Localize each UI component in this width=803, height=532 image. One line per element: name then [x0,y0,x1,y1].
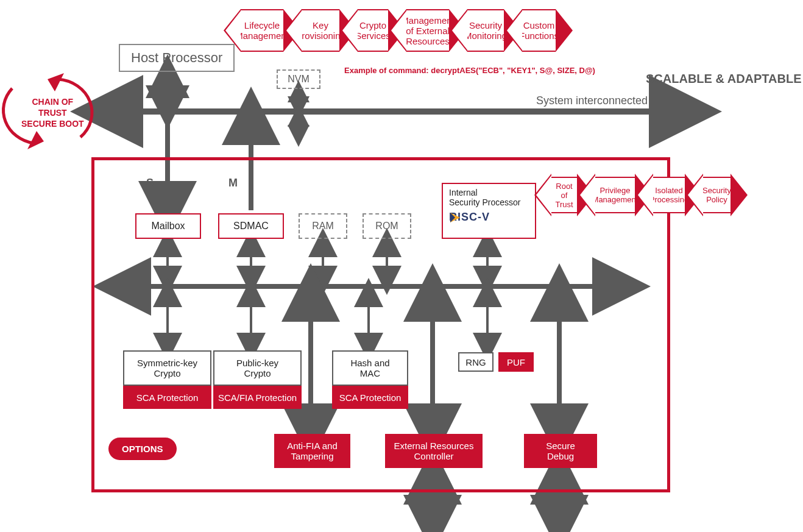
hex-security-monitoring: Security Monitoring [467,9,504,52]
hex-label: Crypto Services [355,20,391,41]
chain-of-trust-label: CHAIN OF TRUST SECURE BOOT [21,96,84,130]
hex-custom-functions: Custom Functions [522,9,556,52]
secure-debug-box: Secure Debug [524,434,597,468]
rng-label: RNG [465,357,486,367]
anti-fia-box: Anti-FIA and Tampering [274,434,350,468]
ext-resources-controller-box: External Resources Controller [385,434,483,468]
puf-label: PUF [507,357,525,367]
hex-root-trust: Root of Trust [551,177,577,213]
internal-security-processor-box: Internal Security Processor RISC-V [442,183,536,239]
hash-mac-block: Hash and MAC SCA Protection [332,350,408,409]
options-label: OPTIONS [122,444,163,454]
nvm-label: NVM [288,74,310,85]
public-crypto-title: Public-key Crypto [213,350,302,386]
mailbox-label: Mailbox [151,221,185,232]
hex-label: Lifecycle Management [235,20,289,41]
rng-box: RNG [458,352,493,372]
isp-line1: Internal [449,188,478,197]
ram-box: RAM [299,213,347,239]
chain-trust-line: SECURE BOOT [21,118,84,129]
hex-label: Key Provisioning [295,20,345,41]
sdmac-label: SDMAC [233,221,269,232]
riscv-logo: RISC-V [449,211,490,224]
isp-line2: Security Processor [449,197,520,207]
hex-label: Security Policy [702,186,731,204]
host-processor-box: Host Processor [119,44,235,72]
hex-lifecycle: Lifecycle Management [241,9,283,52]
chain-trust-line: CHAIN OF [21,96,84,107]
symmetric-crypto-title: Symmetric-key Crypto [123,350,211,386]
top-hexagon-row: Lifecycle Management Key Provisioning Cr… [241,9,574,52]
hex-label: Security Monitoring [464,20,507,41]
m-label: M [228,177,238,190]
hex-label: Isolated Processing [649,186,688,204]
hex-crypto-services: Crypto Services [358,9,388,52]
system-interconnected-label: System interconnected [536,94,648,107]
options-pill: OPTIONS [108,438,177,460]
svg-marker-21 [27,131,44,149]
s-label: S [146,177,154,190]
hex-privilege-mgmt: Privilege Management [595,177,635,213]
riscv-icon [449,211,461,224]
hex-label: Root of Trust [555,182,573,209]
symmetric-crypto-block: Symmetric-key Crypto SCA Protection [123,350,211,409]
sdmac-box: SDMAC [218,213,284,239]
rom-box: ROM [363,213,411,239]
mailbox-box: Mailbox [135,213,201,239]
example-command: Example of command: decryptAES("ECB", "K… [344,66,595,75]
ram-label: RAM [312,221,334,232]
public-crypto-prot: SCA/FIA Protection [213,386,302,409]
hex-isolated-processing: Isolated Processing [653,177,685,213]
nvm-box: NVM [277,69,320,89]
hex-ext-resources: Management of External Resources [406,9,449,52]
svg-marker-22 [48,73,64,91]
puf-box: PUF [498,352,534,372]
rom-label: ROM [375,221,398,232]
hex-label: Custom Functions [519,20,559,41]
host-processor-label: Host Processor [131,50,222,65]
chain-trust-line: TRUST [21,107,84,118]
symmetric-crypto-prot: SCA Protection [123,386,211,409]
hex-label: Privilege Management [592,186,639,204]
hex-label: Management of External Resources [401,15,455,46]
hex-security-policy: Security Policy [703,177,730,213]
hash-mac-prot: SCA Protection [332,386,408,409]
public-crypto-block: Public-key Crypto SCA/FIA Protection [213,350,302,409]
hash-mac-title: Hash and MAC [332,350,408,386]
hex-key-provisioning: Key Provisioning [302,9,339,52]
scalable-adaptable-label: SCALABLE & ADAPTABLE [646,72,802,86]
side-hexagon-row: Root of Trust Privilege Management Isola… [551,177,749,213]
